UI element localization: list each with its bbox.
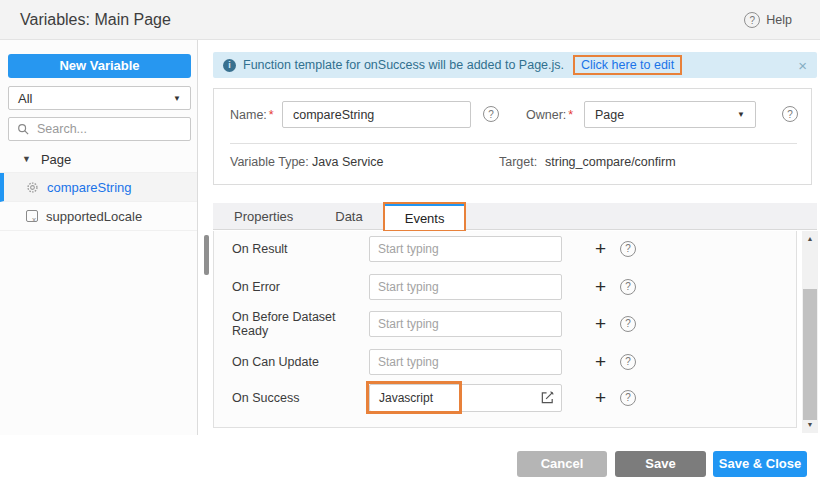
target-label: Target:: [499, 155, 537, 169]
new-variable-button[interactable]: New Variable: [8, 54, 191, 78]
scrollbar-thumb[interactable]: [803, 289, 817, 420]
tab-events[interactable]: Events: [384, 203, 466, 231]
event-label: On Error: [232, 280, 369, 294]
add-handler-icon[interactable]: +: [595, 388, 606, 407]
event-label: On Result: [232, 242, 369, 256]
cancel-button[interactable]: Cancel: [517, 451, 607, 477]
on-can-update-input[interactable]: [369, 349, 562, 375]
save-and-close-button[interactable]: Save & Close: [713, 451, 807, 477]
scroll-down-icon[interactable]: ▼: [802, 419, 818, 431]
event-help-icon[interactable]: ?: [620, 390, 636, 406]
event-help-icon[interactable]: ?: [620, 354, 636, 370]
tree-root-label: Page: [41, 152, 71, 167]
owner-help-icon[interactable]: ?: [782, 106, 798, 122]
owner-label: Owner:*: [526, 108, 573, 122]
event-row-on-result: On Result + ?: [232, 235, 636, 262]
event-row-on-error: On Error + ?: [232, 273, 636, 300]
edit-script-button[interactable]: [540, 390, 555, 405]
page-title: Variables: Main Page: [20, 11, 171, 29]
add-handler-icon[interactable]: +: [595, 314, 606, 333]
name-input[interactable]: [282, 101, 471, 128]
event-help-icon[interactable]: ?: [620, 279, 636, 295]
divider: [230, 143, 797, 144]
tree-item-supportedlocale[interactable]: x supportedLocale: [0, 202, 197, 231]
tab-bar: Properties Data Events: [213, 203, 817, 230]
on-error-input[interactable]: [369, 274, 562, 300]
locale-icon: x: [26, 210, 38, 222]
variable-summary-card: Name:* ? Owner:* Page ▼ ? Variable Type:…: [213, 88, 812, 185]
help-icon: ?: [744, 12, 760, 28]
on-result-input[interactable]: [369, 236, 562, 262]
events-panel: On Result + ? On Error + ? On Before Dat…: [213, 231, 797, 428]
search-input[interactable]: [35, 121, 175, 137]
event-label: On Before Dataset Ready: [232, 310, 369, 338]
search-icon: [17, 123, 29, 135]
owner-value: Page: [595, 108, 624, 122]
tab-properties[interactable]: Properties: [213, 203, 314, 230]
panel-scrollbar-thumb[interactable]: [204, 235, 209, 275]
variables-dialog: Variables: Main Page ? Help New Variable…: [0, 0, 820, 489]
event-label: On Can Update: [232, 355, 369, 369]
dialog-header: Variables: Main Page ? Help: [0, 0, 820, 40]
name-help-icon[interactable]: ?: [483, 106, 499, 122]
tree-item-comparestring[interactable]: compareString: [0, 173, 197, 202]
chevron-down-icon: ▼: [737, 110, 745, 119]
help-button[interactable]: ? Help: [744, 12, 792, 28]
tree-item-label: supportedLocale: [46, 209, 142, 224]
save-button[interactable]: Save: [615, 451, 706, 477]
event-row-on-success: On Success Javascript + ?: [232, 383, 636, 412]
tree-collapse-icon: ▼: [22, 154, 31, 164]
banner-message: Function template for onSuccess will be …: [243, 58, 564, 72]
add-handler-icon[interactable]: +: [595, 352, 606, 371]
required-marker: *: [568, 108, 573, 122]
close-icon[interactable]: ×: [798, 57, 807, 74]
event-help-icon[interactable]: ?: [620, 316, 636, 332]
scroll-up-icon[interactable]: ▲: [802, 233, 818, 245]
gear-icon: [26, 181, 39, 194]
edit-icon: [540, 390, 555, 405]
name-label: Name:*: [230, 108, 274, 122]
on-success-value: Javascript: [379, 391, 433, 405]
variable-tree: ▼ Page compareString x supportedLocale: [0, 146, 197, 231]
chevron-down-icon: ▼: [173, 94, 181, 103]
owner-select[interactable]: Page ▼: [584, 101, 756, 128]
tree-item-label: compareString: [47, 180, 132, 195]
tab-data[interactable]: Data: [314, 203, 383, 230]
tree-node-page[interactable]: ▼ Page: [0, 146, 197, 173]
on-success-field[interactable]: Javascript: [369, 384, 562, 412]
required-marker: *: [269, 108, 274, 122]
variables-sidebar: New Variable All ▼ ▼ Page compareString …: [0, 40, 198, 435]
info-banner: i Function template for onSuccess will b…: [213, 52, 817, 78]
events-scrollbar[interactable]: ▲ ▼: [802, 231, 818, 433]
variable-filter-select[interactable]: All ▼: [8, 86, 191, 110]
click-here-to-edit-link[interactable]: Click here to edit: [573, 55, 682, 75]
target-value: string_compare/confirm: [545, 155, 676, 169]
event-row-on-before-dataset-ready: On Before Dataset Ready + ?: [232, 310, 636, 337]
help-label: Help: [766, 13, 792, 27]
filter-value: All: [18, 91, 32, 106]
event-row-on-can-update: On Can Update + ?: [232, 348, 636, 375]
add-handler-icon[interactable]: +: [595, 277, 606, 296]
variable-type-value: Java Service: [312, 155, 384, 169]
event-help-icon[interactable]: ?: [620, 241, 636, 257]
event-label: On Success: [232, 391, 369, 405]
variable-type-label: Variable Type:: [230, 155, 309, 169]
info-icon: i: [223, 59, 236, 72]
on-before-dataset-ready-input[interactable]: [369, 311, 562, 337]
add-handler-icon[interactable]: +: [595, 239, 606, 258]
search-box: [8, 117, 191, 141]
